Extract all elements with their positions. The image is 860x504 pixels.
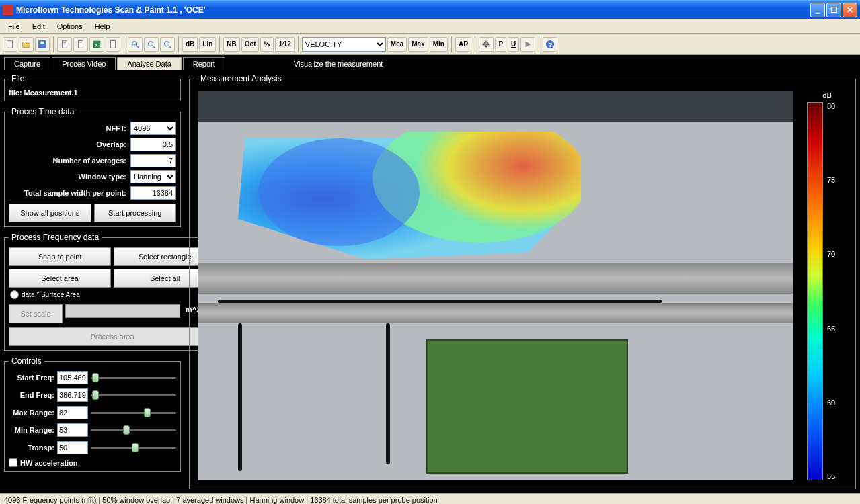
file-name: file: Measurement.1 <box>9 89 176 97</box>
menu-help[interactable]: Help <box>89 21 116 32</box>
help-icon[interactable]: ? <box>543 37 557 52</box>
svg-text:?: ? <box>549 40 553 48</box>
doc2-icon[interactable] <box>73 37 88 52</box>
nfft-select[interactable]: 4096 <box>130 122 176 135</box>
twelfth-button[interactable]: 1⁄12 <box>275 37 294 52</box>
end-freq-input[interactable] <box>57 388 88 402</box>
menu-options[interactable]: Options <box>52 21 88 32</box>
controls-legend: Controls <box>9 356 44 366</box>
save-icon[interactable] <box>35 37 50 52</box>
transp-label: Transp: <box>9 444 54 452</box>
measurement-image[interactable] <box>198 91 793 480</box>
cb-tick-55: 55 <box>827 472 835 480</box>
target-icon[interactable] <box>479 37 494 52</box>
cb-tick-80: 80 <box>827 102 835 110</box>
window-label: Window type: <box>9 173 130 181</box>
start-processing-button[interactable]: Start processing <box>94 204 177 222</box>
zoom-out-icon[interactable]: - <box>144 37 159 52</box>
svg-rect-6 <box>79 40 83 48</box>
status-text: 4096 Frequency points (nfft) | 50% windo… <box>4 496 438 504</box>
hw-accel-label: HW acceleration <box>20 459 78 467</box>
end-freq-slider[interactable] <box>91 388 176 402</box>
zoom-reset-icon[interactable] <box>160 37 175 52</box>
doc3-icon[interactable] <box>106 37 120 52</box>
new-icon[interactable] <box>3 37 17 52</box>
transp-slider[interactable] <box>91 441 176 454</box>
scale-input[interactable] <box>65 304 180 318</box>
max-range-label: Max Range: <box>9 409 54 417</box>
svg-rect-10 <box>111 40 116 48</box>
main-legend: Measurement Analysis <box>198 74 284 83</box>
overlap-input[interactable] <box>130 138 176 151</box>
statusbar: 4096 Frequency points (nfft) | 50% windo… <box>0 493 860 504</box>
oct-button[interactable]: Oct <box>241 37 260 52</box>
svg-text:+: + <box>133 41 136 46</box>
cb-tick-75: 75 <box>827 176 835 184</box>
colorbar: dB 80 75 70 65 60 55 <box>807 91 847 480</box>
surface-area-label: data * Surface Area <box>22 291 80 298</box>
svg-point-17 <box>165 41 169 46</box>
svg-rect-2 <box>40 41 44 44</box>
freq-data-panel: Process Frequency data Snap to point Sel… <box>4 233 221 351</box>
process-area-button[interactable]: Process area <box>9 327 216 346</box>
file-legend: File: <box>9 74 30 83</box>
svg-text:X: X <box>95 42 99 48</box>
cb-tick-60: 60 <box>827 398 835 407</box>
sample-label: Total sample width per point: <box>9 189 130 197</box>
max-button[interactable]: Max <box>408 37 428 52</box>
max-range-slider[interactable] <box>91 406 176 419</box>
u-button[interactable]: U <box>508 37 519 52</box>
controls-panel: Controls Start Freq: End Freq: Max Range… <box>4 356 181 472</box>
close-button[interactable]: ✕ <box>843 3 857 17</box>
mode-select[interactable]: VELOCITY <box>302 37 386 52</box>
window-select[interactable]: Hanning <box>130 170 176 183</box>
toolbar: X + - dB Lin NB Oct ⅓ 1⁄12 VELOCITY Mea … <box>0 34 860 55</box>
tab-capture[interactable]: Capture <box>4 57 50 70</box>
min-range-slider[interactable] <box>91 423 176 437</box>
tab-proces-video[interactable]: Proces Video <box>52 57 116 70</box>
overlap-label: Overlap: <box>9 140 130 149</box>
sample-input[interactable] <box>130 186 176 200</box>
third-button[interactable]: ⅓ <box>260 37 274 52</box>
zoom-in-icon[interactable]: + <box>128 37 143 52</box>
max-range-input[interactable] <box>57 406 88 419</box>
nb-button[interactable]: NB <box>223 37 239 52</box>
avg-label: Number of averages: <box>9 157 130 165</box>
min-range-input[interactable] <box>57 423 88 437</box>
hw-accel-checkbox[interactable] <box>9 458 17 467</box>
minimize-button[interactable]: _ <box>810 3 825 17</box>
select-area-button[interactable]: Select area <box>9 269 111 288</box>
svg-rect-0 <box>7 40 13 48</box>
start-freq-input[interactable] <box>57 371 88 384</box>
tab-analyse-data[interactable]: Analyse Data <box>117 57 181 70</box>
snap-button[interactable]: Snap to point <box>9 247 111 266</box>
open-icon[interactable] <box>19 37 34 52</box>
excel-icon[interactable]: X <box>89 37 104 52</box>
start-freq-slider[interactable] <box>91 371 176 384</box>
cb-tick-65: 65 <box>827 325 835 333</box>
tabbar: Capture Proces Video Analyse Data Report… <box>0 55 860 70</box>
avg-input[interactable] <box>130 154 176 167</box>
window-title: Microflown Technologies Scan & Paint 1.1… <box>16 5 810 15</box>
time-data-panel: Proces Time data NFFT: 4096 Overlap: Num… <box>4 107 181 227</box>
tab-report[interactable]: Report <box>183 57 225 70</box>
menu-file[interactable]: File <box>3 21 26 32</box>
maximize-button[interactable]: ☐ <box>826 3 841 17</box>
menubar: File Edit Options Help <box>0 19 860 34</box>
ar-button[interactable]: AR <box>455 37 471 52</box>
workspace: File: file: Measurement.1 Proces Time da… <box>0 70 860 493</box>
p-button[interactable]: P <box>495 37 506 52</box>
mea-button[interactable]: Mea <box>387 37 407 52</box>
doc1-icon[interactable] <box>57 37 72 52</box>
freq-legend: Process Frequency data <box>9 233 102 242</box>
transp-input[interactable] <box>57 441 88 454</box>
db-button[interactable]: dB <box>182 37 198 52</box>
set-scale-button[interactable]: Set scale <box>9 304 63 323</box>
show-all-button[interactable]: Show all positions <box>9 204 91 222</box>
lin-button[interactable]: Lin <box>199 37 216 52</box>
menu-edit[interactable]: Edit <box>27 21 50 32</box>
file-panel: File: file: Measurement.1 <box>4 74 181 101</box>
surface-area-radio[interactable] <box>10 290 19 299</box>
play-icon[interactable] <box>520 37 535 52</box>
min-button[interactable]: Min <box>430 37 448 52</box>
